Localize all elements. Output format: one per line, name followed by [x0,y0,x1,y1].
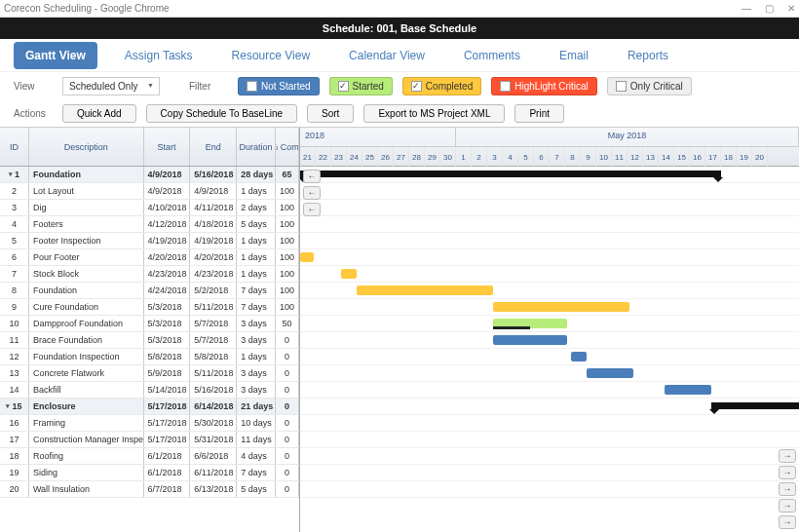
cell-description: Concrete Flatwork [29,365,144,381]
col-end[interactable]: End [190,128,237,166]
gantt-task-bar[interactable] [587,368,633,378]
scroll-right-icon[interactable]: → [779,499,796,513]
cell-duration: 1 days [237,249,276,265]
tab-comments[interactable]: Comments [452,42,532,69]
table-row[interactable]: 15Enclosure5/17/20186/14/201821 days0 [0,399,299,415]
cell-id: 2 [0,183,29,199]
gantt-summary-bar[interactable] [711,402,799,409]
gantt-task-bar[interactable] [665,385,711,395]
maximize-icon[interactable]: ▢ [765,3,774,14]
tab-gantt-view[interactable]: Gantt View [14,42,97,69]
tab-calendar-view[interactable]: Calendar View [337,42,437,69]
cell-id: 15 [0,399,29,414]
table-row[interactable]: 2Lot Layout4/9/20184/9/20181 days100 [0,183,299,200]
scroll-right-icon[interactable]: → [779,466,796,479]
filter-label: Filter [189,81,228,92]
gantt-row [300,216,799,233]
table-row[interactable]: 19Siding6/1/20186/11/20187 days0 [0,465,299,481]
table-row[interactable]: 10Dampproof Foundation5/3/20185/7/20183 … [0,316,299,332]
gantt-summary-bar[interactable] [300,171,721,177]
timeline-day: 12 [628,147,643,167]
view-label: View [14,81,53,92]
gantt-row [300,299,799,316]
cell-duration: 3 days [237,316,276,331]
gantt-task-bar[interactable] [357,285,493,295]
gantt-row [300,399,799,415]
gantt-task-bar[interactable] [341,269,357,279]
table-row[interactable]: 8Foundation4/24/20185/2/20187 days100 [0,283,299,299]
cell-id: 14 [0,382,29,398]
gantt-body[interactable]: ← ← ← → → → → → [300,167,799,532]
col-duration[interactable]: Duration [237,128,276,166]
cell-end: 5/11/2018 [190,365,237,381]
scroll-left-icon[interactable]: ← [303,170,321,183]
timeline-day: 30 [440,147,456,167]
table-row[interactable]: 18Roofing6/1/20186/6/20184 days0 [0,448,299,465]
table-row[interactable]: 6Pour Footer4/20/20184/20/20181 days100 [0,249,299,266]
filter-highlight-critical[interactable]: HighLight Critical [491,77,597,95]
scroll-right-icon[interactable]: → [779,515,796,529]
tab-assign-tasks[interactable]: Assign Tasks [113,42,205,69]
gantt-task-bar[interactable] [571,352,587,361]
cell-comp: 0 [276,448,299,464]
table-row[interactable]: 9Cure Foundation5/3/20185/11/20187 days1… [0,299,299,316]
col-description[interactable]: Description [29,128,144,166]
filter-started[interactable]: ✓Started [329,77,393,95]
quick-add-button[interactable]: Quick Add [62,104,136,123]
gantt-chart[interactable]: 2018 May 2018 21222324252627282930123456… [300,128,799,532]
table-row[interactable]: 1Foundation4/9/20185/16/201828 days65 [0,167,299,183]
filter-only-critical[interactable]: Only Critical [607,77,692,95]
filter-not-started[interactable]: ✓Not Started [238,77,320,95]
scroll-right-icon[interactable]: → [779,482,796,496]
scroll-left-icon[interactable]: ← [303,186,321,200]
table-row[interactable]: 11Brace Foundation5/3/20185/7/20183 days… [0,332,299,349]
table-row[interactable]: 12Foundation Inspection5/8/20185/8/20181… [0,349,299,365]
tab-email[interactable]: Email [548,42,600,69]
table-row[interactable]: 16Framing5/17/20185/30/201810 days0 [0,415,299,432]
timeline-day: 24 [347,147,362,167]
cell-comp: 100 [276,216,299,232]
cell-duration: 21 days [237,399,276,414]
cell-comp: 0 [276,465,299,480]
view-select[interactable]: Scheduled Only [62,77,160,95]
minimize-icon[interactable]: — [742,3,751,14]
print-button[interactable]: Print [514,104,564,123]
table-row[interactable]: 7Stock Block4/23/20184/23/20181 days100 [0,266,299,283]
table-row[interactable]: 14Backfill5/14/20185/16/20183 days0 [0,382,299,399]
table-row[interactable]: 4Footers4/12/20184/18/20185 days100 [0,216,299,233]
col-id[interactable]: ID [0,128,29,166]
cell-end: 5/7/2018 [190,332,237,348]
table-row[interactable]: 3Dig4/10/20184/11/20182 days100 [0,200,299,216]
cell-description: Enclosure [29,399,144,414]
timeline-day: 28 [409,147,425,167]
col-start[interactable]: Start [144,128,191,166]
sort-button[interactable]: Sort [307,104,354,123]
gantt-task-bar[interactable] [493,335,567,345]
tab-reports[interactable]: Reports [616,42,680,69]
table-row[interactable]: 13Concrete Flatwork5/9/20185/11/20183 da… [0,365,299,382]
table-row[interactable]: 17Construction Manager Inspection5/17/20… [0,432,299,448]
gantt-row [300,266,799,283]
cell-description: Wall Insulation [29,481,144,497]
scroll-left-icon[interactable]: ← [303,203,321,216]
cell-id: 7 [0,266,29,282]
gantt-task-bar[interactable] [493,302,629,312]
filter-completed[interactable]: ✓Completed [402,77,481,95]
view-tabs: Gantt View Assign Tasks Resource View Ca… [0,39,799,72]
cell-id: 12 [0,349,29,364]
scroll-right-icon[interactable]: → [779,449,796,463]
copy-baseline-button[interactable]: Copy Schedule To BaseLine [146,104,297,123]
table-row[interactable]: 5Footer Inspection4/19/20184/19/20181 da… [0,233,299,249]
cell-description: Foundation [29,283,144,298]
table-row[interactable]: 20Wall Insulation6/7/20186/13/20185 days… [0,481,299,498]
window-controls: — ▢ ✕ [742,3,795,14]
close-icon[interactable]: ✕ [787,3,795,14]
gantt-task-bar[interactable] [300,252,314,262]
grid-body[interactable]: 1Foundation4/9/20185/16/201828 days652Lo… [0,167,299,532]
cell-end: 5/2/2018 [190,283,237,298]
timeline-day: 1 [456,147,472,167]
tab-resource-view[interactable]: Resource View [220,42,322,69]
gantt-nav-arrows-right: → → → → → [779,449,796,529]
col-comp[interactable]: % Comp [276,128,299,166]
export-xml-button[interactable]: Export to MS Project XML [363,104,505,123]
